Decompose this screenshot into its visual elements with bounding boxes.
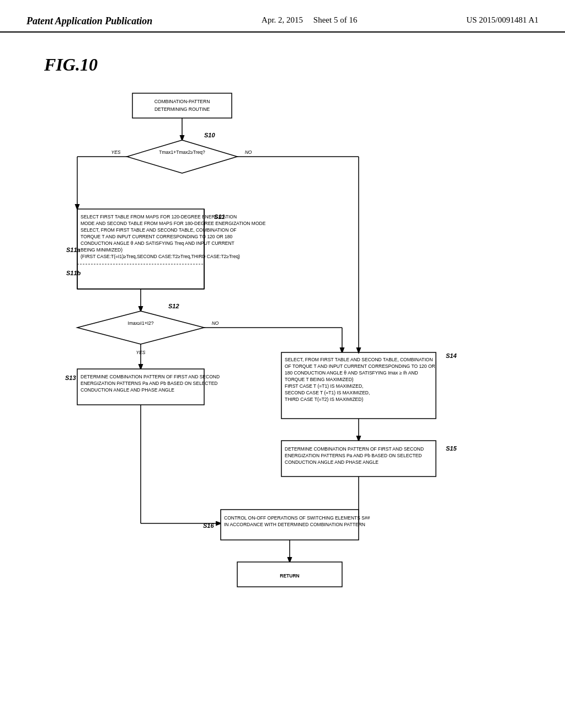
svg-text:MODE AND SECOND TABLE FROM MAP: MODE AND SECOND TABLE FROM MAPS FOR 180-…: [81, 221, 266, 226]
svg-marker-5: [127, 140, 237, 173]
svg-text:COMBINATION-PATTERN: COMBINATION-PATTERN: [154, 99, 210, 104]
svg-text:S14: S14: [446, 352, 457, 359]
patent-number: US 2015/0091481 A1: [466, 15, 539, 25]
svg-text:CONDUCTION ANGLE AND PHASE ANG: CONDUCTION ANGLE AND PHASE ANGLE: [81, 387, 174, 393]
svg-text:SECOND CASE T (=T1) IS MAXIMIZ: SECOND CASE T (=T1) IS MAXIMIZED,: [285, 390, 370, 395]
svg-text:180 CONDUCTION ANGLE θ AND SAT: 180 CONDUCTION ANGLE θ AND SATISFYING Im…: [285, 370, 418, 376]
svg-text:RETURN: RETURN: [280, 573, 299, 579]
publication-date: Apr. 2, 2015: [262, 15, 303, 24]
svg-text:Imax≥I1+I2?: Imax≥I1+I2?: [128, 320, 154, 326]
svg-text:S15: S15: [446, 445, 457, 452]
header-date-sheet: Apr. 2, 2015 Sheet 5 of 16: [262, 15, 357, 25]
sheet-info: Sheet 5 of 16: [313, 15, 358, 24]
svg-text:S11b: S11b: [66, 270, 81, 276]
svg-text:DETERMINE COMBINATION PATTERN : DETERMINE COMBINATION PATTERN OF FIRST A…: [81, 374, 220, 379]
svg-text:TORQUE T BEING MAXIMIZED): TORQUE T BEING MAXIMIZED): [285, 377, 354, 382]
svg-text:CONDUCTION ANGLE θ AND SATISFY: CONDUCTION ANGLE θ AND SATISFYING Treq A…: [81, 240, 234, 246]
svg-text:TORQUE T AND INPUT CURRENT COR: TORQUE T AND INPUT CURRENT CORRESPONDING…: [81, 234, 232, 239]
svg-text:Tmax1+Tmax2≥Treq?: Tmax1+Tmax2≥Treq?: [159, 149, 205, 155]
svg-text:BEING MINIMIZED): BEING MINIMIZED): [81, 247, 122, 253]
svg-text:FIRST CASE T (=T1) IS MAXIMIZE: FIRST CASE T (=T1) IS MAXIMIZED,: [285, 383, 363, 389]
page-header: Patent Application Publication Apr. 2, 2…: [0, 0, 565, 33]
svg-text:CONTROL ON-OFF OPERATIONS OF S: CONTROL ON-OFF OPERATIONS OF SWITCHING E…: [224, 515, 370, 521]
svg-text:NO: NO: [212, 320, 219, 326]
svg-text:S12: S12: [168, 303, 179, 309]
publication-title: Patent Application Publication: [26, 15, 152, 27]
svg-rect-0: [132, 93, 232, 118]
svg-text:ENERGIZATION PATTERNS Pa AND P: ENERGIZATION PATTERNS Pa AND Pb BASED ON…: [81, 381, 217, 386]
flowchart: text { font-family: Arial, Helvetica, sa…: [33, 82, 530, 716]
svg-text:THIRD CASE T(=T2) IS MAXIMIZED: THIRD CASE T(=T2) IS MAXIMIZED): [285, 397, 363, 402]
svg-text:S11a: S11a: [66, 247, 81, 253]
svg-text:(FIRST CASE:T(=I1)≥Treq,SECOND: (FIRST CASE:T(=I1)≥Treq,SECOND CASE:T2≥T…: [81, 254, 240, 259]
svg-text:SELECT, FROM FIRST TABLE AND S: SELECT, FROM FIRST TABLE AND SECOND TABL…: [285, 357, 433, 362]
svg-text:ENERGIZATION PATTERNS Pa AND P: ENERGIZATION PATTERNS Pa AND Pb BASED ON…: [285, 453, 422, 458]
svg-text:S10: S10: [204, 132, 215, 138]
svg-text:IN ACCORDANCE WITH DETERMINED : IN ACCORDANCE WITH DETERMINED COMBINATIO…: [224, 522, 365, 527]
svg-text:DETERMINING ROUTINE: DETERMINING ROUTINE: [154, 106, 210, 112]
svg-text:SELECT, FROM FIRST TABLE AND S: SELECT, FROM FIRST TABLE AND SECOND TABL…: [81, 227, 236, 233]
svg-text:S13: S13: [65, 374, 76, 381]
svg-text:CONDUCTION ANGLE AND PHASE ANG: CONDUCTION ANGLE AND PHASE ANGLE: [285, 459, 379, 465]
svg-text:DETERMINE COMBINATION PATTERN : DETERMINE COMBINATION PATTERN OF FIRST A…: [285, 446, 424, 452]
flowchart-svg: text { font-family: Arial, Helvetica, sa…: [33, 82, 530, 716]
svg-text:YES: YES: [111, 149, 120, 155]
svg-text:S16: S16: [203, 522, 214, 529]
svg-text:NO: NO: [245, 149, 252, 155]
figure-container: FIG.10 text { font-family: Arial, Helvet…: [0, 33, 565, 711]
svg-text:SELECT FIRST TABLE FROM MAPS F: SELECT FIRST TABLE FROM MAPS FOR 120-DEG…: [81, 214, 237, 220]
figure-title: FIG.10: [44, 55, 98, 75]
svg-marker-25: [77, 311, 204, 344]
svg-text:OF TORQUE T AND INPUT CURRENT : OF TORQUE T AND INPUT CURRENT CORRESPOND…: [285, 363, 435, 369]
